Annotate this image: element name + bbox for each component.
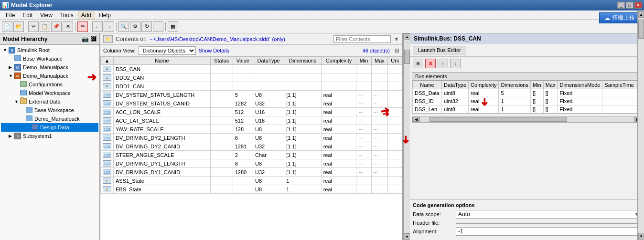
row-dimensions[interactable]: [1 1] — [284, 159, 321, 168]
tree-item-demo-manualpack-3[interactable]: Demo_Manualpack — [1, 115, 98, 123]
row-dimensions[interactable]: 1 — [284, 177, 321, 185]
row-datatype[interactable]: U32 — [253, 168, 284, 177]
row-datatype[interactable]: U8 — [253, 185, 284, 194]
row-complexity[interactable]: real — [321, 185, 356, 194]
maximize-button[interactable]: □ — [626, 2, 633, 9]
row-datatype[interactable]: U16 — [253, 108, 284, 116]
row-value[interactable]: 512 — [233, 116, 253, 125]
new-button[interactable]: 📄 — [2, 21, 12, 32]
delete-button[interactable]: ✕ — [63, 21, 73, 32]
search-button[interactable]: 🔍 — [118, 21, 129, 32]
tree-item-external-data[interactable]: ▼ External Data — [1, 97, 98, 106]
bus-table-row[interactable]: DSS_Len uint8 real 1 [] [] Fixed -1 — [413, 105, 642, 114]
bus-table-row[interactable]: DSS_Data uint8 real 5 [] [] Fixed -1 — [413, 89, 642, 97]
row-name[interactable]: DV_DRIVING_DY1_LENGTH — [114, 159, 211, 168]
row-name[interactable]: DDD1_CAN — [114, 82, 211, 91]
scrollbar-thumb[interactable] — [404, 50, 410, 64]
close-button[interactable]: ✕ — [634, 2, 642, 9]
bus-col-dimensions[interactable]: Dimensions — [499, 81, 530, 89]
bus-row-datatype[interactable]: uint8 — [441, 89, 468, 97]
row-name[interactable]: ACC_LON_SCALE — [114, 108, 211, 116]
row-complexity[interactable]: real — [321, 91, 356, 99]
row-name[interactable]: DSS_CAN — [114, 65, 211, 73]
bus-row-complexity[interactable]: real — [469, 97, 499, 105]
table-row[interactable]: 123 YAW_RATE_SCALE 128 U8 [1 1] real ···… — [101, 125, 402, 134]
row-name[interactable]: YAW_RATE_SCALE — [114, 125, 211, 134]
row-dimensions[interactable]: [1 1] — [284, 91, 321, 99]
bus-col-name[interactable]: Name — [413, 81, 442, 89]
row-dimensions[interactable]: [1 1] — [284, 99, 321, 108]
bus-row-name[interactable]: DSS_Len — [413, 105, 442, 114]
row-complexity[interactable]: real — [321, 134, 356, 142]
row-dimensions[interactable]: 1 — [284, 185, 321, 194]
show-details-link[interactable]: Show Details — [199, 48, 229, 53]
bus-row-dimmode[interactable]: Fixed — [558, 97, 602, 105]
row-value[interactable]: 1282 — [233, 99, 253, 108]
table-row[interactable]: ≡ DDD1_CAN — [101, 82, 402, 91]
minimize-button[interactable]: _ — [617, 2, 625, 9]
row-value[interactable] — [233, 177, 253, 185]
bus-col-sampletime[interactable]: SampleTime — [602, 81, 636, 89]
menu-tools[interactable]: Tools — [56, 11, 77, 20]
row-dimensions[interactable]: [1 1] — [284, 116, 321, 125]
arrow-left-button[interactable]: ← — [92, 21, 103, 32]
tree-item-base-workspace-1[interactable]: Base Workspace — [1, 54, 98, 63]
row-value[interactable] — [233, 65, 253, 73]
table-row[interactable]: ≡ DDD2_CAN — [101, 73, 402, 82]
table-row[interactable]: 123 DV_SYSTEM_STATUS_CANID 1282 U32 [1 1… — [101, 99, 402, 108]
bus-col-datatype[interactable]: DataType — [441, 81, 468, 89]
bus-col-complexity[interactable]: Complexity — [469, 81, 499, 89]
row-datatype[interactable]: U16 — [253, 116, 284, 125]
paste-button[interactable]: 📌 — [51, 21, 62, 32]
launch-bus-editor-button[interactable]: Launch Bus Editor — [413, 46, 466, 54]
row-name[interactable]: ASS1_State — [114, 177, 211, 185]
right-panel-scrollbar[interactable]: ▲ ▼ — [637, 10, 644, 240]
tree-item-model-workspace[interactable]: Model Workspace — [1, 89, 98, 97]
bus-scrollbar[interactable]: ◀ ▶ — [412, 116, 642, 123]
row-value[interactable]: 512 — [233, 108, 253, 116]
pencil-button[interactable]: ✏ — [77, 21, 88, 32]
tree-item-design-data[interactable]: Design Data — [1, 123, 98, 132]
table-row[interactable]: 123 DV_SYSTEM_STATUS_LENGTH 5 U8 [1 1] r… — [101, 91, 402, 99]
tree-item-demo-manualpack-2[interactable]: ▼ M Demo_Manualpack — [1, 72, 98, 80]
tree-item-demo-manualpack-1[interactable]: ▶ M Demo_Manualpack — [1, 63, 98, 72]
row-complexity[interactable]: real — [321, 99, 356, 108]
row-dimensions[interactable]: [1 1] — [284, 142, 321, 151]
table-row[interactable]: 123 ACC_LON_SCALE 512 U16 [1 1] real ···… — [101, 108, 402, 116]
row-datatype[interactable]: U32 — [253, 99, 284, 108]
row-dimensions[interactable]: [1 1] — [284, 151, 321, 159]
row-dimensions[interactable]: [1 1] — [284, 134, 321, 142]
col-header-min[interactable]: Min — [356, 57, 371, 65]
row-complexity[interactable]: real — [321, 108, 356, 116]
menu-view[interactable]: View — [36, 11, 56, 20]
row-value[interactable]: 2 — [233, 151, 253, 159]
copy-button[interactable]: 📋 — [40, 21, 50, 32]
add-element-button[interactable]: ≡ — [413, 59, 423, 68]
row-complexity[interactable] — [321, 73, 356, 82]
arrow-right-button[interactable]: → — [104, 21, 114, 32]
menu-file[interactable]: File — [2, 11, 19, 20]
row-value[interactable] — [233, 185, 253, 194]
row-name[interactable]: DV_SYSTEM_STATUS_CANID — [114, 99, 211, 108]
col-header-max[interactable]: Max — [371, 57, 388, 65]
row-name[interactable]: DDD2_CAN — [114, 73, 211, 82]
menu-edit[interactable]: Edit — [19, 11, 36, 20]
bus-row-dimmode[interactable]: Fixed — [558, 105, 602, 114]
row-complexity[interactable]: real — [321, 168, 356, 177]
bus-row-dimensions[interactable]: 1 — [499, 97, 530, 105]
row-value[interactable]: 1280 — [233, 168, 253, 177]
row-name[interactable]: DV_DRIVING_DY1_CANID — [114, 168, 211, 177]
col-header-sort[interactable]: ▲ — [101, 57, 114, 65]
tree-item-base-workspace-2[interactable]: Base Workspace — [1, 106, 98, 115]
table-row[interactable]: Σ EBS_State U8 1 real — [101, 185, 402, 194]
tree-item-configurations[interactable]: Configurations — [1, 80, 98, 89]
col-header-complexity[interactable]: Complexity — [321, 57, 356, 65]
row-datatype[interactable]: U8 — [253, 159, 284, 168]
bus-row-name[interactable]: DSS_ID — [413, 97, 442, 105]
row-value[interactable] — [233, 73, 253, 82]
bus-row-datatype[interactable]: uint32 — [441, 97, 468, 105]
row-complexity[interactable]: real — [321, 159, 356, 168]
menu-add[interactable]: Add — [77, 11, 95, 20]
alignment-value[interactable]: -1 — [456, 227, 641, 236]
table-row[interactable]: 123 DV_DRIVING_DY2_LENGTH 6 U8 [1 1] rea… — [101, 134, 402, 142]
